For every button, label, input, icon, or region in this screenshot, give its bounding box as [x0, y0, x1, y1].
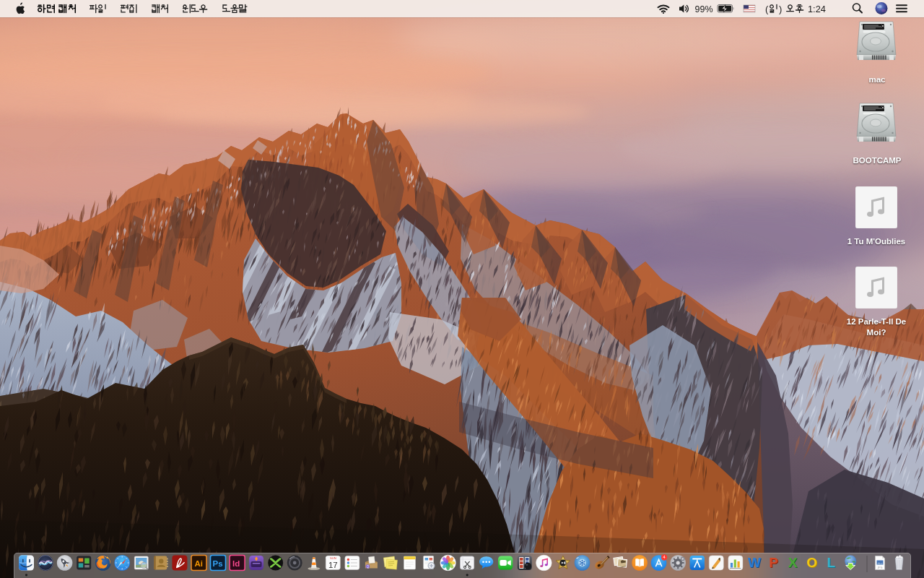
svg-text:): )	[779, 4, 782, 14]
svg-text:Id: Id	[232, 559, 240, 568]
svg-text:W: W	[748, 555, 761, 570]
svg-text:(: (	[765, 4, 769, 14]
svg-text:L: L	[827, 555, 835, 570]
svg-text:99%: 99%	[694, 4, 712, 14]
svg-text:SUN: SUN	[330, 556, 336, 560]
svg-text:Ai: Ai	[195, 559, 204, 568]
svg-text:17: 17	[328, 561, 338, 569]
svg-text:4: 4	[663, 555, 666, 559]
svg-text:O: O	[806, 555, 817, 570]
svg-text:X: X	[788, 555, 798, 570]
svg-text:P: P	[769, 555, 778, 570]
svg-text:Q: Q	[367, 565, 370, 569]
svg-text:1:24: 1:24	[808, 4, 826, 14]
svg-text:JPG: JPG	[878, 566, 883, 569]
svg-text:Ps: Ps	[213, 559, 223, 568]
